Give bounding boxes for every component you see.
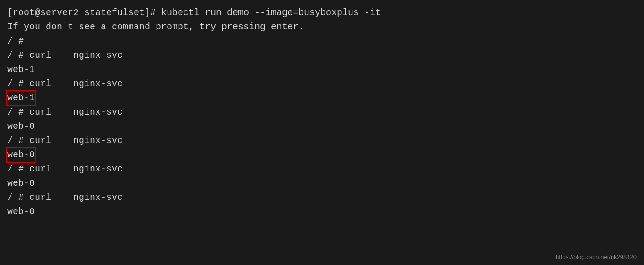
terminal-line-web0-b: web-0 (7, 148, 637, 162)
terminal-line-web1-a: web-1 (7, 62, 637, 77)
watermark: https://blog.csdn.net/nk298120 (556, 254, 637, 260)
terminal-line-prompt1: / # (7, 34, 637, 48)
highlighted-text-web1-b: web-1 (7, 91, 35, 105)
terminal-line-web1-b: web-1 (7, 91, 637, 105)
terminal-line-curl4: / # curl nginx-svc (7, 133, 637, 148)
terminal-content: [root@server2 statefulset]# kubectl run … (7, 6, 637, 219)
terminal-line-web0-a: web-0 (7, 119, 637, 133)
terminal-line-curl1: / # curl nginx-svc (7, 48, 637, 62)
highlighted-text-web0-b: web-0 (7, 148, 35, 162)
terminal-line-curl2: / # curl nginx-svc (7, 77, 637, 91)
terminal-window: [root@server2 statefulset]# kubectl run … (0, 0, 644, 265)
terminal-line-web0-c: web-0 (7, 176, 637, 190)
terminal-line-curl6: / # curl nginx-svc (7, 190, 637, 204)
terminal-line-web0-d: web-0 (7, 204, 637, 219)
terminal-line-curl3: / # curl nginx-svc (7, 105, 637, 119)
terminal-line-cmd-line: [root@server2 statefulset]# kubectl run … (7, 6, 637, 20)
terminal-line-curl5: / # curl nginx-svc (7, 162, 637, 176)
terminal-line-info-line: If you don't see a command prompt, try p… (7, 20, 637, 34)
